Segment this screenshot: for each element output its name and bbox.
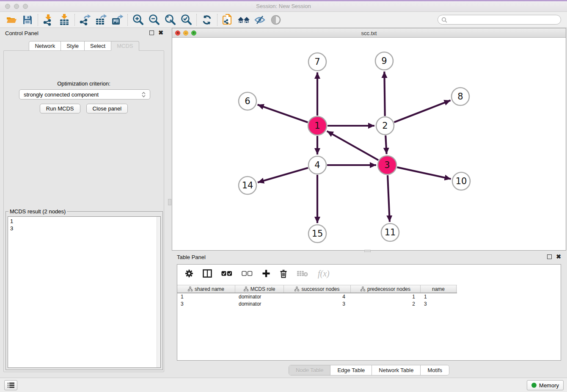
hide-panels-button[interactable] xyxy=(252,13,268,27)
export-network-button[interactable] xyxy=(77,13,93,27)
checked-boxes-icon xyxy=(221,271,232,276)
table-panel: Table Panel ✖ xyxy=(172,252,566,378)
column-header-name[interactable]: name xyxy=(421,285,457,293)
export-table-icon xyxy=(95,14,107,26)
table-cell[interactable]: 3 xyxy=(421,301,457,308)
column-header-shared-name[interactable]: shared name xyxy=(177,285,235,293)
svg-text:11: 11 xyxy=(385,227,396,237)
edge-3-1[interactable] xyxy=(327,131,378,160)
edge-2-8[interactable] xyxy=(394,100,450,122)
graph-node-6[interactable]: 6 xyxy=(239,92,256,110)
table-cell[interactable]: 3 xyxy=(177,301,235,308)
select-all-columns-button[interactable] xyxy=(221,271,232,276)
delete-table-button[interactable] xyxy=(297,270,308,277)
column-header-predecessor-nodes[interactable]: predecessor nodes xyxy=(351,285,421,293)
save-session-button[interactable] xyxy=(19,13,36,27)
network-graph[interactable]: 1234678910111415 xyxy=(172,38,566,250)
close-panel-icon[interactable]: ✖ xyxy=(158,30,163,35)
table-cell[interactable]: 1 xyxy=(177,293,235,301)
tab-edge-table[interactable]: Edge Table xyxy=(330,365,372,375)
search-icon xyxy=(441,17,447,23)
float-panel-icon[interactable] xyxy=(149,30,154,35)
table-cell[interactable]: 1 xyxy=(351,293,421,301)
tab-mcds[interactable]: MCDS xyxy=(111,41,139,51)
run-mcds-button[interactable]: Run MCDS xyxy=(40,104,80,113)
memory-button[interactable]: Memory xyxy=(527,380,564,390)
column-header-MCDS-role[interactable]: MCDS role xyxy=(235,285,284,293)
clone-network-button[interactable] xyxy=(220,13,236,27)
table-settings-button[interactable] xyxy=(185,269,193,278)
graph-node-15[interactable]: 15 xyxy=(308,225,326,243)
tab-style[interactable]: Style xyxy=(61,41,85,51)
zoom-out-button[interactable] xyxy=(146,13,162,27)
mcds-result-text[interactable]: 1 3 xyxy=(8,216,161,368)
graph-node-2[interactable]: 2 xyxy=(376,117,394,135)
optimization-criterion-select[interactable]: strongly connected component xyxy=(19,89,150,99)
network-canvas[interactable]: 1234678910111415 xyxy=(172,38,566,250)
graph-node-1[interactable]: 1 xyxy=(308,116,327,135)
eye-icon xyxy=(270,14,281,25)
tab-network[interactable]: Network xyxy=(29,41,61,51)
graph-node-3[interactable]: 3 xyxy=(378,156,396,174)
import-network-button[interactable] xyxy=(40,13,56,27)
vertical-splitter-grip[interactable] xyxy=(168,199,171,205)
graph-node-7[interactable]: 7 xyxy=(308,53,326,71)
workspace: Control Panel ✖ NetworkStyleSelectMCDS O… xyxy=(0,28,567,378)
graph-node-11[interactable]: 11 xyxy=(381,224,399,241)
scrollbar[interactable] xyxy=(157,217,160,367)
tab-select[interactable]: Select xyxy=(84,41,111,51)
graph-node-4[interactable]: 4 xyxy=(308,156,326,174)
search-input[interactable] xyxy=(449,17,557,23)
search-box[interactable] xyxy=(438,15,561,25)
unselect-all-columns-button[interactable] xyxy=(242,271,253,276)
table-cell[interactable]: 1 xyxy=(421,293,457,301)
graph-node-9[interactable]: 9 xyxy=(375,52,393,70)
table-row[interactable]: 3dominator323 xyxy=(177,301,561,308)
delete-column-button[interactable] xyxy=(280,269,287,278)
toolbar-separator xyxy=(217,14,217,26)
task-history-button[interactable] xyxy=(4,380,17,390)
zoom-fit-button[interactable] xyxy=(162,13,178,27)
main-toolbar xyxy=(0,12,567,28)
network-overview-button[interactable] xyxy=(236,13,252,27)
column-header-label: predecessor nodes xyxy=(367,286,410,292)
edge-3-11[interactable] xyxy=(388,175,390,222)
table-cell[interactable]: 4 xyxy=(284,293,351,301)
create-column-button[interactable] xyxy=(262,269,270,278)
edge-4-14[interactable] xyxy=(258,168,308,182)
table-body: 1dominator4113dominator323 xyxy=(177,293,561,308)
close-panel-button[interactable]: Close panel xyxy=(86,104,128,113)
column-header-label: successor nodes xyxy=(301,286,339,292)
edge-1-6[interactable] xyxy=(258,105,308,122)
float-panel-icon[interactable] xyxy=(547,254,552,259)
zoom-out-icon xyxy=(148,14,160,26)
edge-2-9[interactable] xyxy=(384,72,385,116)
zoom-selected-button[interactable] xyxy=(178,13,194,27)
table-row[interactable]: 1dominator411 xyxy=(177,293,561,301)
graph-node-14[interactable]: 14 xyxy=(239,177,256,194)
table-cell[interactable]: 2 xyxy=(351,301,421,308)
show-column-panel-button[interactable] xyxy=(203,269,212,278)
svg-text:3: 3 xyxy=(384,160,390,170)
graph-node-8[interactable]: 8 xyxy=(451,88,469,105)
zoom-in-button[interactable] xyxy=(130,13,146,27)
edge-3-10[interactable] xyxy=(397,167,451,179)
function-builder-button[interactable]: f(x) xyxy=(318,269,330,279)
graph-node-10[interactable]: 10 xyxy=(452,172,470,190)
export-image-button[interactable] xyxy=(109,13,125,27)
tab-network-table[interactable]: Network Table xyxy=(372,365,421,375)
table-cell[interactable]: dominator xyxy=(235,293,284,301)
close-panel-icon[interactable]: ✖ xyxy=(556,254,561,259)
export-table-button[interactable] xyxy=(93,13,109,27)
column-header-successor-nodes[interactable]: successor nodes xyxy=(284,285,351,293)
table-cell[interactable]: 3 xyxy=(284,301,351,308)
import-table-button[interactable] xyxy=(56,13,72,27)
tab-motifs[interactable]: Motifs xyxy=(421,365,449,375)
edge-2-3[interactable] xyxy=(385,135,386,154)
table-cell[interactable]: dominator xyxy=(235,301,284,308)
open-session-button[interactable] xyxy=(3,13,19,27)
show-panels-button[interactable] xyxy=(268,13,284,27)
tab-node-table[interactable]: Node Table xyxy=(289,365,331,375)
refresh-layout-button[interactable] xyxy=(199,13,215,27)
shared-column-icon xyxy=(361,287,365,291)
